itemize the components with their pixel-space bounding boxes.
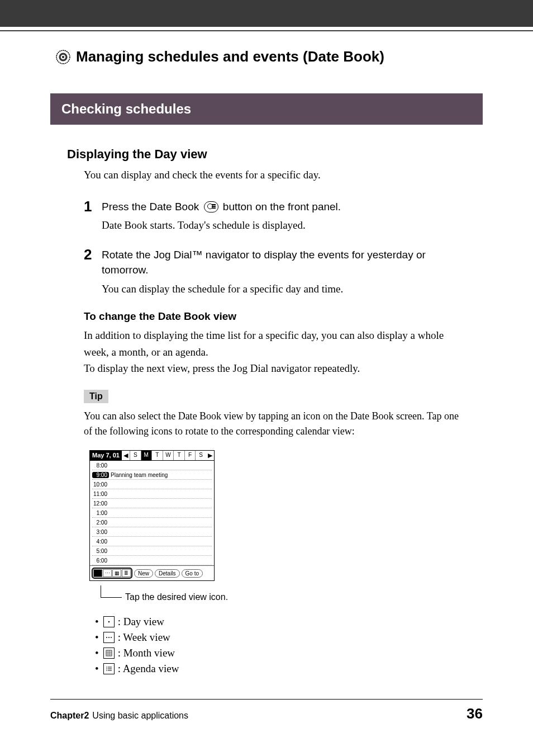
step-desc: Date Book starts. Today's schedule is di… xyxy=(102,218,466,234)
agenda-view-icon xyxy=(103,663,115,674)
palm-header: May 7, 01 ◀ SMTWTFS ▶ xyxy=(90,451,214,461)
view-icon-item-month: • : Month view xyxy=(95,647,466,659)
view-icon-item-agenda: • : Agenda view xyxy=(95,663,466,675)
palm-details-button[interactable]: Details xyxy=(155,569,180,578)
step-title: Rotate the Jog Dial™ navigator to displa… xyxy=(102,247,466,278)
palm-schedule-rows: 8:009:00Planning team meeting10:0011:001… xyxy=(90,461,214,565)
step-title-after: button on the front panel. xyxy=(220,201,341,212)
palm-schedule-row[interactable]: 10:00 xyxy=(92,480,212,489)
date-book-app-icon xyxy=(56,50,70,64)
palm-schedule-row[interactable]: 11:00 xyxy=(92,489,212,499)
palm-event-cell: Planning team meeting xyxy=(109,472,168,478)
date-book-button-icon xyxy=(204,201,218,212)
palm-time-cell: 8:00 xyxy=(92,462,109,469)
palm-day-cell[interactable]: F xyxy=(184,451,196,460)
step-2: 2 Rotate the Jog Dial™ navigator to disp… xyxy=(84,247,466,297)
footer-left: Chapter2Using basic applications xyxy=(50,711,188,721)
callout-line xyxy=(101,585,122,598)
change-view-p1: In addition to displaying the time list … xyxy=(84,329,444,357)
tip-text: You can also select the Date Book view b… xyxy=(84,409,466,439)
month-view-icon xyxy=(103,648,115,659)
change-view-para: In addition to displaying the time list … xyxy=(84,327,466,376)
chapter-title: Managing schedules and events (Date Book… xyxy=(76,48,384,65)
svg-rect-8 xyxy=(106,650,112,656)
palm-time-cell: 4:00 xyxy=(92,538,109,545)
svg-point-6 xyxy=(108,637,110,638)
palm-agenda-view-icon[interactable]: ≣ xyxy=(122,569,131,577)
palm-day-cell[interactable]: T xyxy=(151,451,163,460)
palm-view-icon-group: ⋯ ▦ ≣ xyxy=(92,568,132,579)
step-number: 2 xyxy=(84,247,102,297)
view-icon-label: : Day view xyxy=(118,616,164,628)
palm-time-cell: 1:00 xyxy=(92,510,109,516)
palm-next-arrow[interactable]: ▶ xyxy=(206,451,214,460)
svg-point-7 xyxy=(111,637,112,638)
bullet: • xyxy=(95,647,99,659)
palm-time-cell: 6:00 xyxy=(92,557,109,564)
step-number: 1 xyxy=(84,199,102,234)
palm-day-abbrevs: SMTWTFS xyxy=(130,451,206,460)
page-footer: Chapter2Using basic applications 36 xyxy=(50,699,483,722)
step-title-before: Press the Date Book xyxy=(102,201,202,212)
palm-day-cell[interactable]: W xyxy=(163,451,174,460)
palm-schedule-row[interactable]: 4:00 xyxy=(92,537,212,546)
palm-schedule-row[interactable]: 8:00 xyxy=(92,461,212,470)
view-icon-list: • : Day view• : Week view• : Month view•… xyxy=(95,616,466,675)
footer-chapter: Chapter2 xyxy=(50,711,89,720)
change-view-heading: To change the Date Book view xyxy=(84,310,466,323)
section-header: Checking schedules xyxy=(50,93,483,125)
palm-day-cell[interactable]: S xyxy=(130,451,141,460)
palm-time-cell: 3:00 xyxy=(92,529,109,535)
palm-prev-arrow[interactable]: ◀ xyxy=(122,451,130,460)
palm-time-cell: 9:00 xyxy=(92,472,109,478)
svg-point-17 xyxy=(106,670,107,672)
palm-time-cell: 12:00 xyxy=(92,500,109,507)
palm-schedule-row[interactable]: 3:00 xyxy=(92,527,212,537)
callout-text: Tap the desired view icon. xyxy=(125,585,228,602)
section-title: Checking schedules xyxy=(61,101,191,116)
palm-footer: ⋯ ▦ ≣ New Details Go to xyxy=(90,565,214,580)
svg-point-5 xyxy=(106,637,107,638)
view-icon-item-day: • : Day view xyxy=(95,616,466,628)
tip-badge: Tip xyxy=(84,390,108,403)
step-1: 1 Press the Date Book button on the fron… xyxy=(84,199,466,234)
week-view-icon xyxy=(103,632,115,643)
palm-schedule-row[interactable]: 12:00 xyxy=(92,499,212,508)
palm-time-cell: 11:00 xyxy=(92,491,109,497)
svg-point-3 xyxy=(62,55,64,58)
palm-time-cell: 2:00 xyxy=(92,519,109,526)
step-title: Press the Date Book button on the front … xyxy=(102,199,466,215)
palm-goto-button[interactable]: Go to xyxy=(182,569,203,578)
palm-new-button[interactable]: New xyxy=(134,569,153,578)
palm-day-view-icon[interactable] xyxy=(93,569,102,577)
palm-schedule-row[interactable]: 6:00 xyxy=(92,556,212,565)
palm-schedule-row[interactable]: 2:00 xyxy=(92,518,212,527)
svg-point-4 xyxy=(108,621,109,622)
palm-day-cell[interactable]: S xyxy=(195,451,206,460)
bullet: • xyxy=(95,631,99,644)
screenshot-callout: Tap the desired view icon. xyxy=(89,585,466,602)
view-icon-item-week: • : Week view xyxy=(95,631,466,644)
change-view-p2: To display the next view, press the Jog … xyxy=(84,362,360,374)
palm-day-cell[interactable]: T xyxy=(173,451,184,460)
view-icon-label: : Month view xyxy=(118,647,175,659)
day-view-icon xyxy=(103,616,115,627)
palm-schedule-row[interactable]: 9:00Planning team meeting xyxy=(92,470,212,480)
page-number: 36 xyxy=(467,705,483,722)
palm-month-view-icon[interactable]: ▦ xyxy=(112,569,121,577)
palm-day-cell[interactable]: M xyxy=(141,451,152,460)
top-bar xyxy=(0,0,533,27)
step-desc: You can display the schedule for a speci… xyxy=(102,281,466,297)
palm-schedule-row[interactable]: 5:00 xyxy=(92,546,212,556)
subsection-intro: You can display and check the events for… xyxy=(84,167,466,183)
bullet: • xyxy=(95,663,99,675)
svg-point-13 xyxy=(106,667,107,668)
palm-date: May 7, 01 xyxy=(90,451,122,460)
palm-time-cell: 10:00 xyxy=(92,481,109,488)
palm-week-view-icon[interactable]: ⋯ xyxy=(103,569,112,577)
palm-schedule-row[interactable]: 1:00 xyxy=(92,508,212,518)
svg-point-15 xyxy=(106,669,107,670)
view-icon-label: : Agenda view xyxy=(118,663,179,675)
palm-screenshot: May 7, 01 ◀ SMTWTFS ▶ 8:009:00Planning t… xyxy=(89,450,466,581)
footer-title: Using basic applications xyxy=(92,711,188,720)
